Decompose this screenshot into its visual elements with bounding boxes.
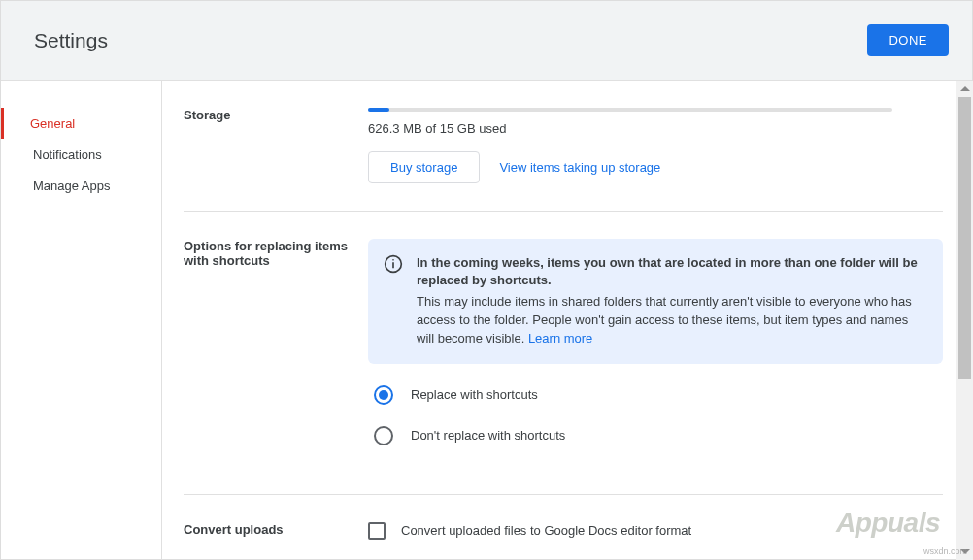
section-convert-uploads: Convert uploads Convert uploaded files t… — [184, 522, 943, 540]
settings-header: Settings DONE — [1, 1, 972, 81]
settings-content: Storage 626.3 MB of 15 GB used Buy stora… — [162, 81, 972, 559]
sidebar-item-notifications[interactable]: Notifications — [1, 139, 161, 170]
sidebar-item-label: Notifications — [33, 148, 102, 162]
convert-checkbox[interactable] — [368, 522, 386, 540]
storage-usage-text: 626.3 MB of 15 GB used — [368, 121, 943, 136]
notice-headline: In the coming weeks, items you own that … — [417, 254, 923, 289]
section-shortcuts: Options for replacing items with shortcu… — [184, 239, 943, 495]
sidebar-item-label: Manage Apps — [33, 179, 111, 193]
page-title: Settings — [34, 29, 108, 52]
section-label-shortcuts: Options for replacing items with shortcu… — [184, 239, 368, 467]
buy-storage-button[interactable]: Buy storage — [368, 151, 480, 183]
radio-replace[interactable]: Replace with shortcuts — [374, 385, 943, 405]
svg-point-2 — [392, 259, 394, 261]
settings-sidebar: General Notifications Manage Apps — [1, 81, 162, 559]
info-icon — [384, 254, 403, 274]
scroll-thumb[interactable] — [958, 97, 971, 379]
radio-label: Replace with shortcuts — [411, 387, 538, 402]
section-label-storage: Storage — [184, 108, 368, 183]
notice-description: This may include items in shared folders… — [417, 294, 912, 346]
radio-dont-replace[interactable]: Don't replace with shortcuts — [374, 426, 943, 445]
view-items-link[interactable]: View items taking up storage — [499, 160, 660, 175]
section-storage: Storage 626.3 MB of 15 GB used Buy stora… — [184, 108, 943, 212]
scrollbar[interactable] — [956, 81, 973, 560]
done-button[interactable]: DONE — [867, 24, 949, 56]
storage-bar — [368, 108, 892, 112]
section-label-convert: Convert uploads — [184, 522, 368, 540]
radio-label: Don't replace with shortcuts — [411, 428, 565, 443]
sidebar-item-manage-apps[interactable]: Manage Apps — [1, 170, 161, 201]
convert-uploads-checkbox-row[interactable]: Convert uploaded files to Google Docs ed… — [368, 522, 943, 540]
sidebar-item-general[interactable]: General — [1, 108, 161, 139]
sidebar-item-label: General — [30, 116, 75, 131]
radio-input-replace[interactable] — [374, 385, 393, 405]
scroll-up-icon[interactable] — [956, 81, 973, 97]
radio-input-dont-replace[interactable] — [374, 426, 393, 445]
checkbox-label: Convert uploaded files to Google Docs ed… — [401, 523, 691, 538]
shortcuts-notice: In the coming weeks, items you own that … — [368, 239, 943, 364]
scroll-down-icon[interactable] — [956, 544, 973, 560]
learn-more-link[interactable]: Learn more — [528, 331, 592, 346]
storage-fill — [368, 108, 389, 112]
